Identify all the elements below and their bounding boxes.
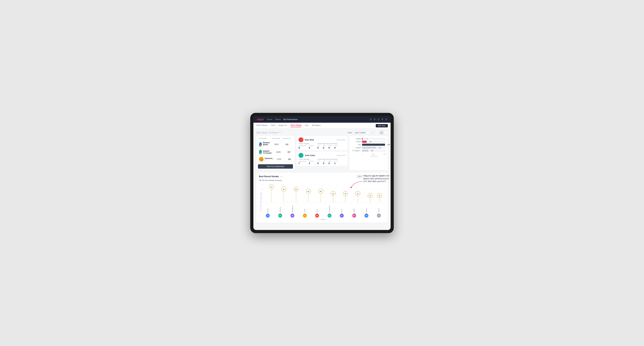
player-col-10: C. Quick CQ xyxy=(374,207,384,218)
player-avatar-ewert: EE xyxy=(266,214,270,218)
lb-row[interactable]: EC 2 Edward Crossman 18/20 107 xyxy=(258,149,293,156)
pc-practice-label: Practice xyxy=(309,145,314,147)
team-title: Team Clippd | 14 Players ✎ xyxy=(256,132,281,134)
pc-rounds-label: Total Rounds xyxy=(298,143,314,145)
streaks-wrapper: Best Round Streaks ← OTT APP ARG PUTT Of… xyxy=(256,173,388,223)
bar-track-pars: 499 xyxy=(362,144,386,146)
bell-icon[interactable]: ⚲ xyxy=(378,118,380,121)
nav-my-performance[interactable]: My Performance xyxy=(284,118,298,120)
pc-app-stat: APP 0 xyxy=(323,145,326,149)
user-icon[interactable]: ⚲ xyxy=(374,118,376,121)
bar-track-bogeys: 311 xyxy=(362,147,386,149)
pc-name-rees: Rees Britt xyxy=(305,139,314,141)
player-avatar-britt: RB xyxy=(315,214,319,218)
chart-y-label: Best Streak, Fairway Accuracy xyxy=(259,192,262,211)
player-avatar-mcherg: BM xyxy=(278,214,282,218)
subnav-pgat[interactable]: PGAT Players xyxy=(256,124,268,127)
bar-item-eagles: Eagles 3 xyxy=(352,138,386,140)
show-controls: Show Last 3 months Last 6 months Last ye… xyxy=(348,131,388,135)
filter-ott-button[interactable]: OTT xyxy=(356,175,363,178)
nav-home[interactable]: Home xyxy=(267,118,272,120)
svg-text:0: 0 xyxy=(262,202,262,203)
profile-icon[interactable]: ⚲ xyxy=(385,118,387,121)
lb-avg-1: 110 xyxy=(282,144,292,145)
lb-row[interactable]: C 3 Cameron... ♥ 17/20 103 xyxy=(258,156,293,163)
svg-text:4x: 4x xyxy=(357,193,359,194)
pc-activities-group-josh: Total Practice Activities OTT 0 APP 0 xyxy=(317,159,338,165)
bar-item-birdies: Birdies 96 xyxy=(352,141,386,143)
card-view-btn[interactable]: ▤ xyxy=(380,131,384,135)
player-avatar-ford: BF xyxy=(340,214,344,218)
pc-rounds-row: Tournament 8 Practice 4 xyxy=(298,145,314,149)
player-avatar-quick: CQ xyxy=(377,214,381,218)
player-card-josh-coles[interactable]: JC Josh Coles 26 Aug 2023 Total Rounds T… xyxy=(296,152,348,166)
streaks-arrow-icon: ← xyxy=(280,175,283,178)
settings-icon[interactable]: ⚲ xyxy=(382,118,383,121)
avatar-3: C 3 xyxy=(259,157,264,162)
pc-name-josh: Josh Coles xyxy=(305,154,315,156)
chart-wrapper: Best Streak, Fairway Accuracy xyxy=(259,183,385,220)
avatar-1: RB 1 xyxy=(259,142,262,147)
bar-item-bogeys: Bogeys 311 xyxy=(352,147,386,149)
annotation-arrow-svg xyxy=(350,179,364,190)
tablet-frame: clippd Home Teams My Performance ⚲ ⚲ ⚲ ⚲… xyxy=(250,113,394,233)
svg-text:2: 2 xyxy=(262,197,262,199)
player-card-rees-britt[interactable]: RB Rees Britt 02 Sep 2023 Total Rounds T… xyxy=(296,136,348,151)
tablet-screen: clippd Home Teams My Performance ⚲ ⚲ ⚲ ⚲… xyxy=(254,116,390,230)
svg-text:6x: 6x xyxy=(283,188,285,190)
lb-row[interactable]: RB 1 Richard Butler ♥ 19/20 110 xyxy=(258,141,293,149)
player-col-8: M. Miller MM xyxy=(349,207,360,218)
bar-fill-dbogeys: 131 xyxy=(362,150,368,152)
subnav-hcaps[interactable]: Hcaps 1-5 xyxy=(278,124,287,127)
lb-header: PB SCORE PB SCORE PB AVG SQ xyxy=(258,138,293,141)
pc-activities-group: Total Practice Activities OTT 0 APP 0 xyxy=(317,143,338,149)
player-col-4: J. Coles JC xyxy=(300,207,310,218)
subnav-tour[interactable]: Tour xyxy=(305,124,308,127)
svg-text:5x: 5x xyxy=(308,191,310,192)
nav-teams[interactable]: Teams xyxy=(275,118,281,120)
streaks-title: Best Round Streaks ← xyxy=(259,175,283,178)
rank-badge-1: 1 xyxy=(260,145,262,147)
pc-activities-label: Total Practice Activities xyxy=(317,143,338,145)
bar-fill-pars: 499 xyxy=(362,144,385,146)
player-avatar-crossman: EC xyxy=(328,214,332,218)
bar-item-pars: Pars 499 xyxy=(352,144,386,146)
bar-item-dbogeys: D. Bogeys + 131 xyxy=(352,150,386,152)
subnav-all-players[interactable]: All Players xyxy=(312,124,320,127)
pc-rounds-group: Total Rounds Tournament 8 Practice 4 xyxy=(298,143,314,149)
lb-col-avg: PB AVG SQ xyxy=(282,138,292,139)
subnav: PGAT Players PGA Hcaps 1-5 Team Clippd T… xyxy=(254,123,390,129)
pc-avatar-rees: RB xyxy=(298,137,304,142)
player-avatar-butler: RB xyxy=(364,214,368,218)
main-content: Team Clippd | 14 Players ✎ Show Last 3 m… xyxy=(254,129,390,230)
search-icon[interactable]: ⚲ xyxy=(370,118,372,121)
grid-view-btn[interactable]: ⊞ xyxy=(371,131,375,135)
lb-col-player: PB SCORE xyxy=(259,138,271,139)
svg-text:6x: 6x xyxy=(295,188,297,190)
leaderboard-card: PB SCORE PB SCORE PB AVG SQ RB 1 Ric xyxy=(256,136,295,170)
pc-header-left: RB Rees Britt xyxy=(298,137,314,142)
svg-text:4: 4 xyxy=(262,193,262,194)
subnav-pga[interactable]: PGA xyxy=(271,124,275,127)
period-select[interactable]: Last 3 months Last 6 months Last year xyxy=(354,131,370,134)
chart-x-axis-label: Players xyxy=(262,219,385,220)
show-label: Show xyxy=(348,132,352,134)
player-avatar-miller: MM xyxy=(352,214,356,218)
pc-tournament-val: 8 xyxy=(298,147,306,149)
pc-body: Total Rounds Tournament 8 Practice 4 xyxy=(298,143,346,149)
add-team-button[interactable]: Add Team xyxy=(376,124,388,127)
pc-header-left-josh: JC Josh Coles xyxy=(298,153,315,158)
edit-icon[interactable]: ✎ xyxy=(279,132,281,134)
bar-fill-eagles: 3 xyxy=(362,138,362,140)
lb-player-3: C 3 Cameron... ♥ xyxy=(259,157,274,162)
team-name: Team Clippd xyxy=(256,132,267,134)
table-view-btn[interactable]: ↕ xyxy=(384,131,388,135)
view-leaderboard-button[interactable]: View Full Leaderboard xyxy=(258,164,293,169)
svg-text:7x: 7x xyxy=(270,186,272,188)
lb-score-1: 19/20 xyxy=(271,144,282,145)
svg-text:8: 8 xyxy=(262,184,262,185)
app-logo: clippd xyxy=(257,118,264,121)
pc-practice-val: 4 xyxy=(309,147,314,149)
list-view-btn[interactable]: ≡ xyxy=(375,131,379,135)
subnav-team-clippd[interactable]: Team Clippd xyxy=(290,124,301,127)
